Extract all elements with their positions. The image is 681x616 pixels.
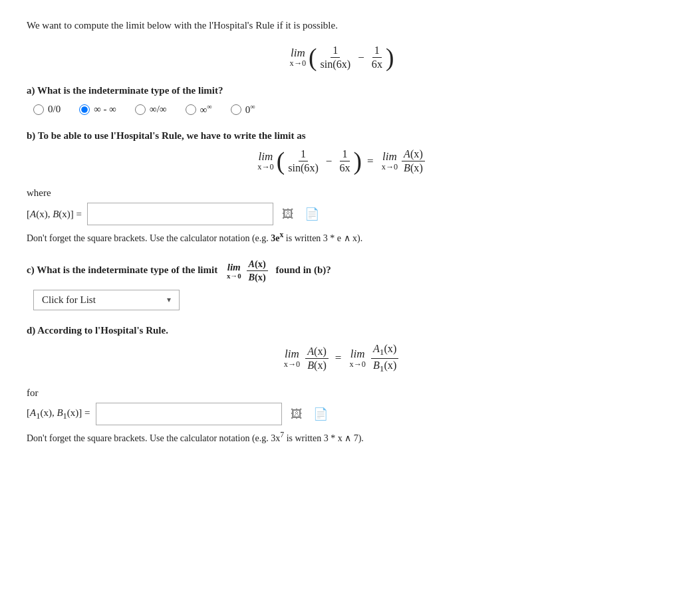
lim-symbol: lim x→0 <box>290 47 306 68</box>
option-inf-0[interactable]: ∞∞ <box>186 103 212 116</box>
part-c-section: c) What is the indeterminate type of the… <box>27 258 654 310</box>
radio-0-0[interactable] <box>33 104 44 115</box>
frac-1: 1 sin(6x) <box>319 45 353 70</box>
radio-0-inf[interactable] <box>231 104 241 115</box>
option-0-0[interactable]: 0/0 <box>33 104 61 115</box>
for-label: for <box>27 387 654 399</box>
part-d-equation: lim x→0 A(x) B(x) = lim x→0 A1(x) B1(x) <box>27 343 654 374</box>
option-0-inf[interactable]: 0∞ <box>231 103 255 116</box>
part-a-section: a) What is the indeterminate type of the… <box>27 85 654 116</box>
radio-group: 0/0 ∞ - ∞ ∞/∞ ∞∞ 0∞ <box>33 103 654 116</box>
click-for-list-dropdown[interactable]: Click for List ▾ <box>33 290 180 310</box>
where-label: where <box>27 187 654 199</box>
option-inf-over-inf[interactable]: ∞/∞ <box>135 104 167 115</box>
radio-inf-inf[interactable] <box>79 104 90 115</box>
part-b-input-label: [A(x), B(x)] = <box>27 209 82 220</box>
intro-text: We want to compute the limit below with … <box>27 20 654 31</box>
part-b-section: b) To be able to use l'Hospital's Rule, … <box>27 130 654 244</box>
radio-inf-0[interactable] <box>186 104 196 115</box>
part-b-label: b) To be able to use l'Hospital's Rule, … <box>27 130 654 142</box>
part-b-equation: lim x→0 ( 1 sin(6x) − 1 6x ) = lim x→0 A… <box>27 148 654 174</box>
part-d-copy-icon[interactable]: 📄 <box>311 405 330 423</box>
frac-2: 1 6x <box>370 45 384 70</box>
part-b-answer-input[interactable] <box>87 203 273 225</box>
part-b-input-row: [A(x), B(x)] = 🖼 📄 <box>27 203 654 225</box>
part-d-camera-icon[interactable]: 🖼 <box>287 405 306 423</box>
part-d-section: d) According to l'Hospital's Rule. lim x… <box>27 325 654 444</box>
option-inf-inf[interactable]: ∞ - ∞ <box>79 104 116 115</box>
part-d-answer-input[interactable] <box>96 403 282 425</box>
part-c-label: c) What is the indeterminate type of the… <box>27 258 654 283</box>
dropdown-arrow-icon: ▾ <box>167 295 171 305</box>
radio-inf-over-inf[interactable] <box>135 104 146 115</box>
part-b-note: Don't forget the square brackets. Use th… <box>27 231 654 244</box>
part-d-input-row: [A1(x), B1(x)] = 🖼 📄 <box>27 403 654 425</box>
part-d-note: Don't forget the square brackets. Use th… <box>27 431 654 444</box>
main-limit-display: lim x→0 ( 1 sin(6x) − 1 6x ) <box>27 45 654 70</box>
part-b-copy-icon[interactable]: 📄 <box>303 205 321 223</box>
part-a-label: a) What is the indeterminate type of the… <box>27 85 654 96</box>
part-b-camera-icon[interactable]: 🖼 <box>279 205 297 223</box>
part-d-label: d) According to l'Hospital's Rule. <box>27 325 654 336</box>
intro-section: We want to compute the limit below with … <box>27 20 654 70</box>
dropdown-label: Click for List <box>42 294 96 306</box>
part-d-input-label: [A1(x), B1(x)] = <box>27 407 90 421</box>
